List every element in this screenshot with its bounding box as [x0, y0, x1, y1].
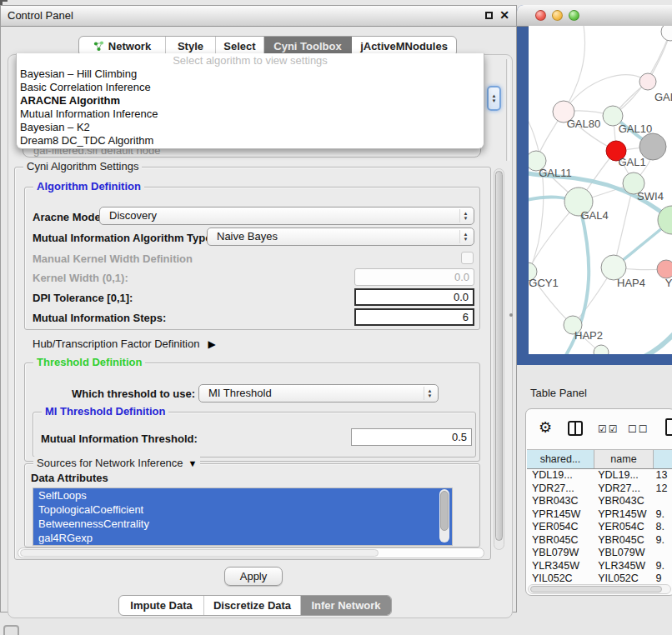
close-traffic-light[interactable]: [535, 10, 546, 21]
table-row[interactable]: YPR145WYPR145W9.: [527, 508, 672, 522]
node-label-gal11: GAL11: [539, 167, 572, 179]
hub-definition-toggle[interactable]: Hub/Transcription Factor Definition ▶: [33, 338, 216, 350]
stepper-down-icon: ▼: [492, 98, 497, 103]
data-attributes-label: Data Attributes: [31, 472, 108, 484]
table-row[interactable]: YIL052CYIL052C9: [527, 572, 672, 585]
tab-discretize-data[interactable]: Discretize Data: [204, 596, 301, 615]
attribute-item-gal4rgexp[interactable]: gal4RGexp: [33, 531, 452, 545]
table-cell: 9.: [651, 534, 672, 548]
table-cell: YDL19...: [593, 469, 650, 482]
table-cell: 12: [651, 482, 672, 496]
aracne-mode-select[interactable]: Discovery ▲▼: [99, 207, 474, 225]
table-cell: YBR043C: [527, 495, 593, 508]
network-canvas[interactable]: GALGAL80GAL10GAL1GAL11SWI4GAL4GCY1HAP4YH…: [529, 26, 672, 354]
algorithm-dropdown-prompt: Select algorithm to view settings: [17, 53, 484, 68]
focused-combo-stepper[interactable]: ▲ ▼: [487, 86, 501, 111]
table-cell: YER054C: [527, 521, 593, 534]
minimized-panel-icon[interactable]: [3, 625, 19, 635]
node-label-gal80: GAL80: [567, 118, 600, 130]
table-row[interactable]: YBR043CYBR043C: [527, 495, 672, 508]
table-row[interactable]: YDL19...YDL19...13: [527, 469, 672, 482]
close-icon[interactable]: ✕: [499, 6, 509, 25]
mi-threshold-input[interactable]: 0.5: [351, 428, 472, 446]
mi-type-select[interactable]: Naive Bayes ▲▼: [207, 228, 474, 246]
network-window-titlebar[interactable]: [517, 5, 672, 27]
which-threshold-label: Which threshold to use:: [72, 388, 195, 400]
network-node-partial-top[interactable]: [661, 26, 672, 41]
table-cell: 9.: [651, 508, 672, 522]
hub-definition-label: Hub/Transcription Factor Definition: [33, 338, 199, 350]
table-cell: YIL052C: [527, 572, 593, 585]
algorithm-option-mutual-information-inference[interactable]: Mutual Information Inference: [17, 108, 484, 121]
expanded-arrow-icon[interactable]: ▼: [188, 458, 198, 468]
table-cell: YDL19...: [527, 469, 593, 482]
column-header-shared[interactable]: shared...: [527, 450, 594, 468]
apply-button[interactable]: Apply: [224, 567, 283, 586]
data-attributes-list[interactable]: SelfLoopsTopologicalCoefficientBetweenne…: [33, 488, 453, 546]
tab-label: Network: [108, 40, 151, 52]
bottom-tab-bar: Impute DataDiscretize DataInfer Network: [118, 595, 392, 616]
table-cell: YDR27...: [527, 482, 593, 496]
gear-icon[interactable]: ⚙: [539, 418, 552, 436]
deselect-all-checkboxes-icon[interactable]: ☐☐: [628, 423, 649, 435]
column-header-name[interactable]: name: [594, 450, 654, 468]
which-threshold-select[interactable]: MI Threshold ▲▼: [198, 384, 439, 402]
network-node-gal-partial[interactable]: [639, 73, 656, 90]
algorithm-option-bayesian-hill-climbing[interactable]: Bayesian – Hill Climbing: [17, 68, 484, 81]
manual-kernel-label: Manual Kernel Width Definition: [33, 252, 193, 265]
minimize-traffic-light[interactable]: [552, 10, 563, 21]
zoom-traffic-light[interactable]: [569, 10, 579, 21]
tab-label: jActiveMNodules: [360, 40, 448, 52]
panel-divider-handle[interactable]: [509, 313, 513, 317]
scrollbar-thumb[interactable]: [440, 491, 449, 531]
table-cell: YPR145W: [593, 508, 650, 522]
table-cell: [651, 547, 672, 560]
columns-icon[interactable]: [568, 421, 583, 436]
mi-steps-label: Mutual Information Steps:: [33, 312, 166, 324]
attributes-list-scrollbar[interactable]: [439, 489, 449, 542]
table-row[interactable]: YDR27...YDR27...12: [527, 482, 672, 496]
attribute-item-betweennesscentrality[interactable]: BetweennessCentrality: [33, 517, 452, 531]
tab-impute-data[interactable]: Impute Data: [119, 596, 204, 615]
network-node-y-partial[interactable]: [657, 260, 672, 278]
scrollbar-thumb[interactable]: [20, 549, 379, 557]
settings-horizontal-scrollbar[interactable]: [18, 548, 484, 558]
table-row[interactable]: YBL079WYBL079W: [527, 547, 672, 560]
attribute-item-topologicalcoefficient[interactable]: TopologicalCoefficient: [33, 502, 452, 517]
table-horizontal-scrollbar[interactable]: [528, 584, 671, 594]
mi-steps-input[interactable]: 6: [354, 308, 474, 326]
settings-group-title: Cyni Algorithm Settings: [27, 160, 138, 172]
algorithm-option-bayesian-k2[interactable]: Bayesian – K2: [17, 121, 484, 134]
tab-label: Select: [223, 40, 255, 52]
algorithm-option-basic-correlation-inference[interactable]: Basic Correlation Inference: [17, 81, 484, 94]
node-label-hap2: HAP2: [574, 329, 603, 342]
kernel-width-input[interactable]: 0.0: [354, 268, 474, 286]
column-header-partial[interactable]: [654, 450, 672, 468]
scrollbar-thumb[interactable]: [530, 586, 662, 592]
table-cell: YDR27...: [593, 482, 650, 496]
manual-kernel-checkbox[interactable]: [461, 252, 474, 264]
tab-infer-network[interactable]: Infer Network: [301, 596, 391, 615]
mi-type-label: Mutual Information Algorithm Type:: [33, 232, 215, 244]
control-panel-window: Control Panel ✕ NetworkStyleSelectCyni T…: [0, 5, 517, 612]
table-cell: YBL079W: [593, 547, 650, 560]
float-window-icon[interactable]: [485, 12, 493, 19]
settings-vertical-scrollbar[interactable]: [494, 168, 504, 550]
new-table-icon[interactable]: [665, 418, 672, 436]
control-panel-titlebar[interactable]: Control Panel ✕: [1, 6, 516, 27]
network-node-partial-bottom[interactable]: [594, 345, 609, 354]
table-row[interactable]: YER054CYER054C8.: [527, 521, 672, 534]
algorithm-option-aracne-algorithm[interactable]: ARACNE Algorithm: [17, 94, 484, 108]
select-all-checkboxes-icon[interactable]: ☑☑: [598, 423, 619, 435]
scrollbar-thumb[interactable]: [495, 171, 503, 541]
table-row[interactable]: YLR345WYLR345W9.: [527, 560, 672, 573]
mi-type-value: Naive Bayes: [208, 228, 474, 245]
network-icon: [93, 41, 104, 52]
network-window: GALGAL80GAL10GAL1GAL11SWI4GAL4GCY1HAP4YH…: [517, 5, 672, 365]
dpi-tolerance-input[interactable]: 0.0: [354, 288, 474, 306]
table-row[interactable]: YBR045CYBR045C9.: [527, 534, 672, 548]
attribute-item-selfloops[interactable]: SelfLoops: [33, 488, 452, 502]
table-cell: YLR345W: [527, 560, 593, 573]
algorithm-option-dream8-dc-tdc-algorithm[interactable]: Dream8 DC_TDC Algorithm: [17, 134, 484, 148]
node-label-gal: GAL: [654, 91, 672, 103]
